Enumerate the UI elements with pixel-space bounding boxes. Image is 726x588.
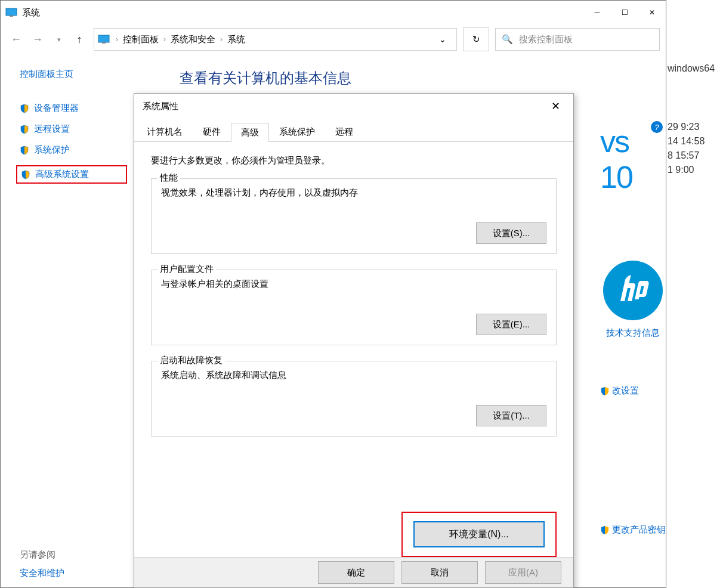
chevron-right-icon: › <box>220 35 223 44</box>
window-close-button[interactable]: ✕ <box>638 1 666 24</box>
cancel-button[interactable]: 取消 <box>401 561 478 584</box>
highlight-box-env: 环境变量(N)... <box>401 512 557 557</box>
sidebar-item-advanced-settings[interactable]: 高级系统设置 <box>21 169 89 180</box>
svg-rect-0 <box>6 8 17 16</box>
breadcrumb-item[interactable]: 控制面板 <box>123 34 159 45</box>
dialog-intro-text: 要进行大多数更改，你必须作为管理员登录。 <box>151 155 557 166</box>
sidebar-item-label: 高级系统设置 <box>35 169 89 180</box>
nav-forward-button[interactable]: → <box>28 30 47 49</box>
change-settings-link[interactable]: 改设置 <box>600 385 666 397</box>
timestamp: 1 9:00 <box>668 165 725 175</box>
profile-settings-button[interactable]: 设置(E)... <box>476 314 546 335</box>
group-startup-recovery: 启动和故障恢复 系统启动、系统故障和调试信息 设置(T)... <box>151 361 557 437</box>
shield-icon <box>20 104 29 113</box>
chevron-right-icon: › <box>116 35 118 44</box>
sidebar-item-label: 远程设置 <box>34 123 70 135</box>
environment-variables-button[interactable]: 环境变量(N)... <box>413 521 545 547</box>
tab-advanced[interactable]: 高级 <box>231 123 269 142</box>
svg-rect-2 <box>98 35 109 42</box>
highlight-box-advanced: 高级系统设置 <box>16 165 127 184</box>
shield-icon <box>20 146 29 155</box>
search-icon: 🔍 <box>502 34 513 45</box>
shield-icon <box>20 125 29 134</box>
link-label: 更改产品密钥 <box>612 524 666 536</box>
sidebar-item-label: 系统保护 <box>34 144 70 156</box>
svg-rect-3 <box>102 42 106 44</box>
tab-remote[interactable]: 远程 <box>325 122 363 141</box>
group-legend: 性能 <box>157 172 180 184</box>
system-properties-dialog: 系统属性 ✕ 计算机名 硬件 高级 系统保护 远程 要进行大多数更改，你必须作为… <box>134 93 574 588</box>
timestamp: 14 14:58 <box>668 136 725 147</box>
shield-icon <box>21 170 30 180</box>
dialog-title: 系统属性 <box>143 101 178 112</box>
link-label: 改设置 <box>612 385 639 397</box>
search-input[interactable]: 🔍 搜索控制面板 <box>495 28 660 51</box>
window-title: 系统 <box>22 7 40 18</box>
see-also-link[interactable]: 安全和维护 <box>20 568 64 579</box>
nav-up-button[interactable]: ↑ <box>71 31 88 48</box>
ok-button[interactable]: 确定 <box>318 561 394 584</box>
group-desc: 视觉效果，处理器计划，内存使用，以及虚拟内存 <box>161 187 546 199</box>
tech-support-link[interactable]: 技术支持信息 <box>600 327 666 339</box>
group-user-profile: 用户配置文件 与登录帐户相关的桌面设置 设置(E)... <box>151 270 557 345</box>
shield-icon <box>600 386 610 396</box>
sidebar-item-device-manager[interactable]: 设备管理器 <box>20 103 132 114</box>
address-bar[interactable]: › 控制面板 › 系统和安全 › 系统 ⌄ <box>94 28 457 51</box>
performance-settings-button[interactable]: 设置(S)... <box>476 222 546 244</box>
address-dropdown-button[interactable]: ⌄ <box>432 29 453 50</box>
group-legend: 用户配置文件 <box>157 264 216 275</box>
timestamp: 8 15:57 <box>668 150 725 161</box>
tab-computer-name[interactable]: 计算机名 <box>137 122 193 141</box>
group-performance: 性能 视觉效果，处理器计划，内存使用，以及虚拟内存 设置(S)... <box>151 178 557 254</box>
tab-bar: 计算机名 硬件 高级 系统保护 远程 <box>134 121 573 142</box>
address-icon <box>98 35 111 44</box>
svg-rect-1 <box>10 16 13 17</box>
group-legend: 启动和故障恢复 <box>157 355 225 366</box>
timestamp: 29 9:23 <box>668 122 725 132</box>
shield-icon <box>600 525 610 535</box>
chevron-right-icon: › <box>163 35 166 44</box>
sidebar-item-label: 设备管理器 <box>34 103 79 114</box>
system-icon <box>5 8 18 17</box>
tab-hardware[interactable]: 硬件 <box>193 122 231 141</box>
window-maximize-button[interactable]: ☐ <box>611 1 638 24</box>
hp-logo-icon <box>603 261 663 320</box>
control-panel-home-link[interactable]: 控制面板主页 <box>20 69 132 80</box>
apply-button[interactable]: 应用(A) <box>485 561 561 584</box>
tab-system-protection[interactable]: 系统保护 <box>269 122 325 141</box>
breadcrumb-item[interactable]: 系统 <box>227 34 245 45</box>
sidebar-item-remote-settings[interactable]: 远程设置 <box>20 123 132 135</box>
refresh-button[interactable]: ↻ <box>463 27 489 51</box>
sidebar-item-system-protection[interactable]: 系统保护 <box>20 144 132 156</box>
windows-10-logo-text: vs 10 <box>600 123 666 195</box>
page-heading: 查看有关计算机的基本信息 <box>180 69 651 88</box>
search-placeholder: 搜索控制面板 <box>519 34 573 45</box>
breadcrumb-item[interactable]: 系统和安全 <box>171 34 215 45</box>
nav-back-button[interactable]: ← <box>7 30 26 49</box>
window-minimize-button[interactable]: ─ <box>583 1 611 24</box>
group-desc: 系统启动、系统故障和调试信息 <box>161 370 546 381</box>
startup-settings-button[interactable]: 设置(T)... <box>476 405 546 426</box>
dialog-close-button[interactable]: ✕ <box>546 97 565 116</box>
change-product-key-link[interactable]: 更改产品密钥 <box>600 524 666 536</box>
file-name-fragment: windows64 <box>668 63 725 74</box>
group-desc: 与登录帐户相关的桌面设置 <box>161 278 546 290</box>
nav-recent-dropdown[interactable]: ▾ <box>50 30 69 49</box>
see-also-label: 另请参阅 <box>20 549 64 561</box>
